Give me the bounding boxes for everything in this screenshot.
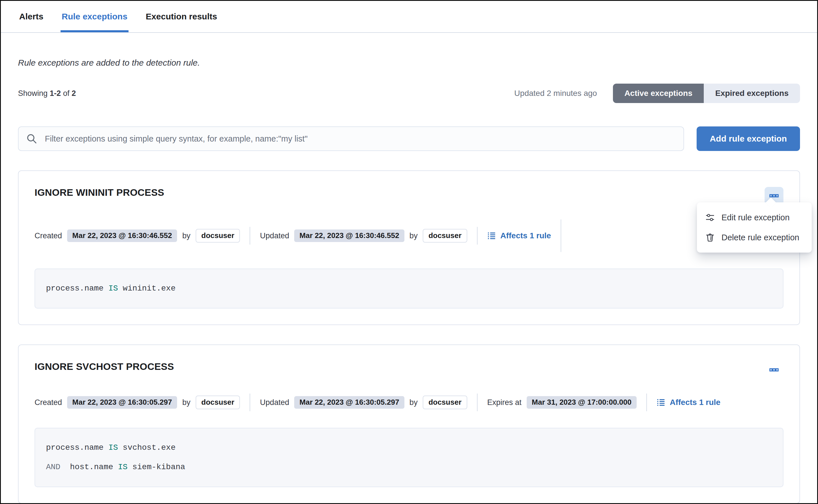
boxes-horizontal-icon bbox=[769, 365, 779, 376]
exception-query-block: process.name IS wininit.exe bbox=[35, 269, 783, 309]
rule-exceptions-note: Rule exceptions are added to the detecti… bbox=[18, 58, 800, 68]
by-label: by bbox=[410, 231, 418, 240]
tab-execution-results[interactable]: Execution results bbox=[144, 1, 218, 32]
delete-rule-exception-item[interactable]: Delete rule exception bbox=[697, 227, 812, 247]
by-label: by bbox=[182, 398, 190, 407]
overflow-menu-button[interactable] bbox=[765, 361, 783, 379]
utility-right: Updated 2 minutes ago Active exceptions … bbox=[514, 84, 800, 103]
last-updated-text: Updated 2 minutes ago bbox=[514, 89, 597, 98]
showing-of: of bbox=[63, 89, 70, 98]
query-line: AND host.name IS siem-kibana bbox=[46, 461, 772, 473]
trash-icon bbox=[706, 233, 715, 242]
edit-rule-exception-label: Edit rule exception bbox=[722, 213, 790, 222]
showing-prefix: Showing bbox=[18, 89, 48, 98]
updated-label: Updated bbox=[260, 231, 289, 240]
updated-date-badge: Mar 22, 2023 @ 16:30:46.552 bbox=[294, 229, 404, 242]
showing-range: 1-2 bbox=[50, 89, 61, 98]
showing-count: Showing 1-2 of 2 bbox=[18, 89, 76, 98]
expires-label: Expires at bbox=[487, 398, 521, 407]
meta-divider bbox=[477, 394, 477, 411]
updated-label: Updated bbox=[260, 398, 289, 407]
created-label: Created bbox=[35, 231, 62, 240]
tab-rule-exceptions[interactable]: Rule exceptions bbox=[61, 1, 128, 32]
expired-exceptions-toggle[interactable]: Expired exceptions bbox=[704, 84, 800, 103]
showing-total: 2 bbox=[72, 89, 76, 98]
rule-exceptions-page: Alerts Rule exceptions Execution results… bbox=[0, 0, 818, 504]
card-header: IGNORE WININIT PROCESS bbox=[35, 187, 783, 205]
by-label: by bbox=[410, 398, 418, 407]
exception-card-wininit: IGNORE WININIT PROCESS Created Mar 22, 2… bbox=[18, 170, 800, 325]
created-label: Created bbox=[35, 398, 62, 407]
controls-horizontal-icon bbox=[706, 213, 715, 222]
search-icon bbox=[27, 134, 37, 144]
meta-divider bbox=[250, 227, 250, 245]
created-date-badge: Mar 22, 2023 @ 16:30:46.552 bbox=[67, 229, 177, 242]
exception-title: IGNORE SVCHOST PROCESS bbox=[35, 361, 174, 372]
created-date-badge: Mar 22, 2023 @ 16:30:05.297 bbox=[67, 396, 177, 408]
edit-rule-exception-item[interactable]: Edit rule exception bbox=[697, 207, 812, 227]
exception-meta-row: Created Mar 22, 2023 @ 16:30:05.297 by d… bbox=[35, 394, 783, 411]
active-exceptions-toggle[interactable]: Active exceptions bbox=[613, 84, 704, 103]
tab-alerts[interactable]: Alerts bbox=[18, 1, 45, 32]
search-row: Add rule exception bbox=[18, 126, 800, 151]
list-icon bbox=[657, 398, 665, 407]
exception-state-toggle: Active exceptions Expired exceptions bbox=[613, 84, 800, 103]
by-label: by bbox=[182, 231, 190, 240]
affects-rules-link[interactable]: Affects 1 rule bbox=[487, 231, 551, 240]
created-by-badge: docsuser bbox=[195, 396, 240, 409]
filter-exceptions-input[interactable] bbox=[18, 126, 684, 151]
updated-by-badge: docsuser bbox=[423, 229, 467, 242]
affects-rules-link[interactable]: Affects 1 rule bbox=[657, 398, 720, 407]
search-box bbox=[18, 126, 684, 151]
delete-rule-exception-label: Delete rule exception bbox=[722, 233, 799, 242]
exception-card-svchost: IGNORE SVCHOST PROCESS Created Mar 22, 2… bbox=[18, 344, 800, 504]
meta-divider bbox=[477, 227, 477, 245]
query-line: process.name IS svchost.exe bbox=[46, 441, 772, 454]
card-header: IGNORE SVCHOST PROCESS bbox=[35, 361, 783, 379]
exception-title: IGNORE WININIT PROCESS bbox=[35, 187, 164, 198]
updated-by-badge: docsuser bbox=[423, 396, 467, 409]
add-rule-exception-button[interactable]: Add rule exception bbox=[697, 126, 800, 151]
list-icon bbox=[487, 231, 496, 240]
meta-divider bbox=[250, 394, 250, 411]
exception-meta-row: Created Mar 22, 2023 @ 16:30:46.552 by d… bbox=[35, 219, 783, 252]
updated-date-badge: Mar 22, 2023 @ 16:30:05.297 bbox=[294, 396, 404, 408]
utility-bar: Showing 1-2 of 2 Updated 2 minutes ago A… bbox=[18, 84, 800, 103]
created-by-badge: docsuser bbox=[195, 229, 240, 242]
tab-bar: Alerts Rule exceptions Execution results bbox=[1, 1, 817, 33]
affects-rules-label: Affects 1 rule bbox=[670, 398, 720, 407]
affects-rules-label: Affects 1 rule bbox=[500, 231, 551, 240]
tab-content: Rule exceptions are added to the detecti… bbox=[1, 58, 817, 504]
meta-divider bbox=[561, 219, 561, 252]
expires-date-badge: Mar 31, 2023 @ 17:00:00.000 bbox=[527, 396, 637, 408]
meta-divider bbox=[646, 394, 647, 411]
exception-actions-popover: Edit rule exception Delete rule exceptio… bbox=[697, 202, 812, 253]
query-line: process.name IS wininit.exe bbox=[46, 282, 772, 295]
exception-query-block: process.name IS svchost.exe AND host.nam… bbox=[35, 428, 783, 487]
